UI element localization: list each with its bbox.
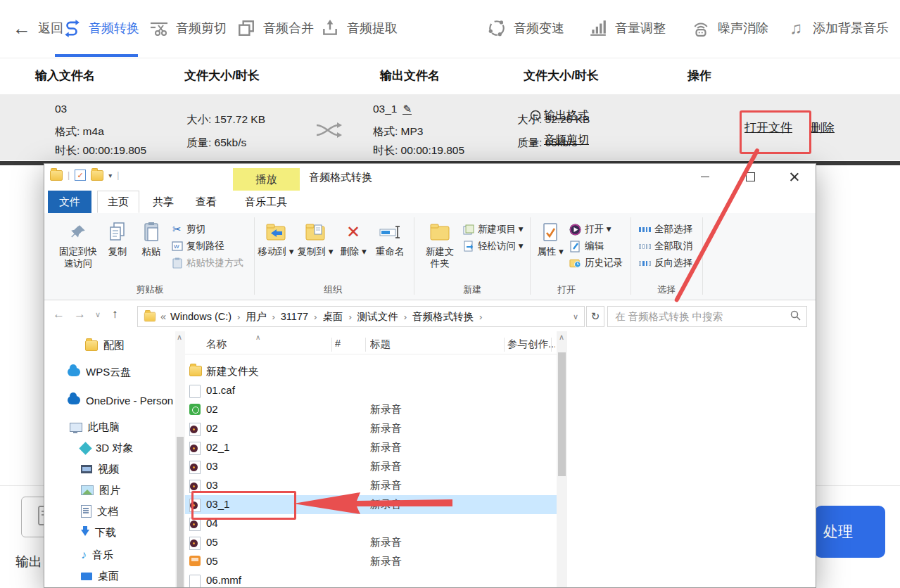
folder-icon[interactable] [50,170,63,181]
tab-view[interactable]: 查看 [186,191,227,213]
file-row[interactable]: 新建文件夹 [185,362,557,381]
cut-button[interactable]: ✂ 剪切 [171,223,205,236]
file-row[interactable]: 02_1新录音 [185,438,557,457]
rename-pencil-icon[interactable]: ✎ [403,103,412,115]
file-row[interactable]: 06.mmf [185,571,557,588]
breadcrumb-item[interactable]: 用户 [246,310,266,324]
tab-audio-extract[interactable]: 音频提取 [320,0,398,56]
sidebar-item-documents[interactable]: 文档 [81,503,118,520]
sidebar-item-3d-objects[interactable]: 3D 对象 [81,440,133,456]
download-arrow-icon [81,530,89,536]
copy-button[interactable]: 复制 [102,220,133,258]
tab-audio-convert[interactable]: 音频转换 [62,0,139,56]
open-file-link[interactable]: 打开文件 [744,120,792,136]
search-input[interactable] [614,310,790,323]
nav-recent-icon[interactable]: ∨ [95,310,101,319]
scroll-up-icon[interactable]: ∧ [559,333,564,342]
tab-music-tools[interactable]: 音乐工具 [232,191,300,213]
address-dropdown-icon[interactable]: ∨ [573,312,578,321]
copy-to-button[interactable]: 复制到 ▾ [296,220,334,258]
sidebar-scroll-thumb[interactable] [177,437,184,588]
properties-button[interactable]: 属性 ▾ [535,220,565,258]
copy-path-button[interactable]: W 复制路径 [171,240,224,253]
tab-file[interactable]: 文件 [48,191,91,213]
maximize-button[interactable] [735,165,765,188]
contextual-tab-play[interactable]: 播放 [233,168,300,191]
sidebar-item-wps-cloud[interactable]: WPS云盘 [68,364,131,381]
column-name[interactable]: 名称 [206,338,227,351]
file-row[interactable]: 02新录音 [185,419,557,438]
tab-home[interactable]: 主页 [97,191,139,213]
file-row[interactable]: 03新录音 [185,457,557,476]
folder-icon[interactable] [91,170,103,181]
sidebar-item-desktop[interactable]: 桌面 [81,568,119,584]
new-item-button[interactable]: 新建项目 ▾ [462,223,524,236]
qat-dropdown-icon[interactable]: ▾ [108,172,112,179]
invert-selection-button[interactable]: 反向选择 [639,257,692,269]
select-all-button[interactable]: 全部选择 [639,223,692,236]
file-row[interactable]: 01.caf [185,381,557,400]
file-row[interactable]: 02新录音 [185,400,557,419]
easy-access-button[interactable]: 轻松访问 ▾ [462,240,524,253]
tab-add-bgm[interactable]: ♫ 添加背景音乐 [786,0,889,56]
col-output-name: 输出文件名 [380,58,440,94]
sidebar-item-downloads[interactable]: 下载 [81,524,116,541]
column-number[interactable]: # [335,338,341,349]
column-title[interactable]: 标题 [370,338,391,351]
file-row-selected[interactable]: 03_1新录音 [185,495,557,514]
search-icon[interactable] [790,310,801,324]
file-row[interactable]: 05新录音 [185,552,557,571]
process-button[interactable]: 处理 [815,506,885,558]
sidebar-item-pictures[interactable]: 图片 [81,482,120,499]
tab-audio-cut[interactable]: 音频剪切 [149,0,227,56]
history-button[interactable]: 历史记录 [569,257,623,269]
back-button[interactable]: ← 返回 [13,0,63,56]
tab-audio-merge[interactable]: 音频合并 [236,0,314,56]
breadcrumb-item[interactable]: 31177 [281,311,308,322]
file-row[interactable]: 05新录音 [185,533,557,552]
checkbox-icon[interactable]: ✓ [75,170,86,181]
minimize-button[interactable] [690,165,720,188]
delete-button[interactable]: ✕ 删除 ▾ [337,220,369,258]
output-format-link[interactable]: 输出格式 [529,108,589,123]
select-none-button[interactable]: 全部取消 [639,240,692,253]
breadcrumb-item[interactable]: 桌面 [322,310,343,324]
column-contributors[interactable]: 参与创作... [507,338,555,351]
sidebar-item-peitu[interactable]: 配图 [85,337,125,354]
paste-shortcut-button[interactable]: 粘贴快捷方式 [171,257,243,269]
nav-up-icon[interactable]: ↑ [112,307,118,321]
file-list-scrollbar[interactable]: ∧ [557,331,567,588]
breadcrumb-item[interactable]: 测试文件 [357,310,398,324]
address-path-box[interactable]: « Windows (C:)› 用户› 31177› 桌面› 测试文件› 音频格… [137,306,585,327]
audio-cut-link[interactable]: ✂音频剪切 [529,133,589,148]
delete-link[interactable]: 删除 [811,120,835,136]
sidebar-item-videos[interactable]: 视频 [81,461,119,478]
move-to-button[interactable]: 移动到 ▾ [257,220,295,258]
tab-volume-adjust[interactable]: 音量调整 [588,0,666,56]
rename-button[interactable]: 重命名 [369,220,410,258]
edit-button[interactable]: 编辑 [569,240,604,253]
sidebar-item-onedrive[interactable]: OneDrive - Person [68,392,173,409]
open-button[interactable]: 打开 ▾ [569,223,611,236]
refresh-button[interactable]: ↻ [586,306,604,327]
paste-button[interactable]: 粘贴 [136,220,167,258]
new-folder-button[interactable]: 新建文件夹 [422,220,458,270]
tab-share[interactable]: 共享 [145,191,182,213]
close-button[interactable] [779,165,809,188]
scroll-up-icon[interactable]: ∧ [177,333,182,342]
sidebar-item-this-pc[interactable]: 此电脑 [70,418,120,435]
nav-back-icon[interactable]: ← [53,307,65,321]
file-row[interactable]: 03新录音 [185,476,557,495]
breadcrumb-item[interactable]: Windows (C:) [170,311,232,322]
sidebar-item-music[interactable]: ♪音乐 [81,547,113,563]
nav-forward-icon[interactable]: → [74,307,86,321]
pin-quick-access-button[interactable]: 固定到快速访问 [56,220,101,270]
file-list-scroll-thumb[interactable] [558,352,566,476]
tab-noise-removal[interactable]: 噪声消除 [691,0,768,56]
rename-icon [369,220,410,244]
close-icon [790,172,799,181]
tab-audio-speed[interactable]: 音频变速 [487,0,564,56]
breadcrumb-item[interactable]: 音频格式转换 [412,310,474,324]
file-row[interactable]: 04 [185,514,557,533]
sidebar-scrollbar[interactable]: ∧ [175,331,185,588]
